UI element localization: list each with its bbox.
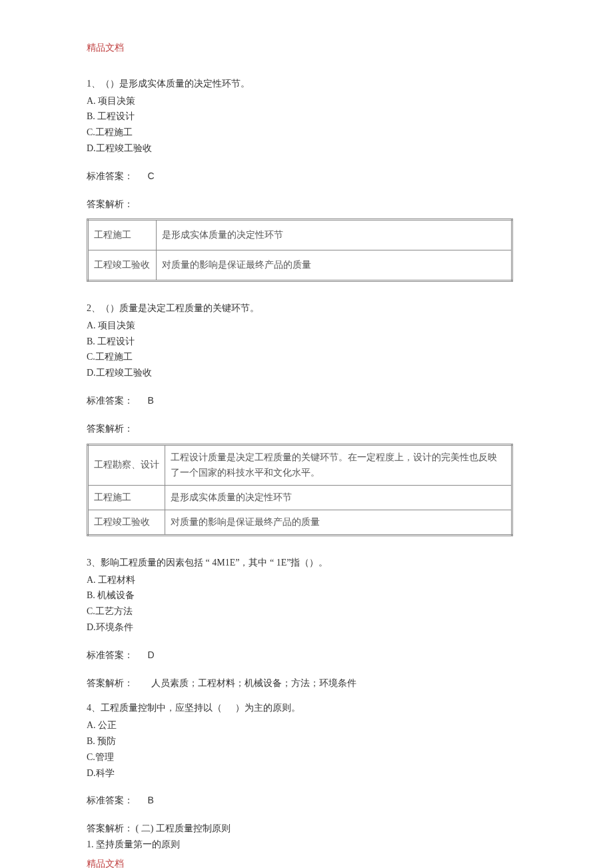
q1-table-r1c1: 工程施工 [88,220,157,250]
q4-stem-pre: 4、工程质量控制中，应坚持以（ [87,703,222,713]
q1-answer-line: 标准答案： C [87,169,526,185]
q1-stem: 1、（）是形成实体质量的决定性环节。 [87,76,526,92]
q3-stem: 3、影响工程质量的因素包括 “ 4M1E”，其中 “ 1E”指（）。 [87,555,526,571]
q2-table-r3c1: 工程竣工验收 [88,510,165,535]
table-row: 工程竣工验收 对质量的影响是保证最终产品的质量 [88,510,512,535]
q3-answer-value: D [148,650,155,660]
q3-answer-label: 标准答案： [87,650,133,660]
q2-table-r1c2: 工程设计质量是决定工程质量的关键环节。在一定程度上，设计的完美性也反映了一个国家… [165,444,512,486]
table-row: 工程竣工验收 对质量的影响是保证最终产品的质量 [88,250,512,281]
q2-answer-value: B [148,395,154,406]
q4-analysis-line1: 答案解析： ( 二) 工程质量控制原则 [87,821,526,837]
q2-analysis-label: 答案解析： [87,421,526,437]
q4-option-b: B. 预防 [87,733,526,749]
table-row: 工程勘察、设计 工程设计质量是决定工程质量的关键环节。在一定程度上，设计的完美性… [88,444,512,486]
q2-answer-line: 标准答案： B [87,393,526,409]
q1-option-c: C.工程施工 [87,125,526,141]
q1-answer-label: 标准答案： [87,171,133,181]
q2-option-b: B. 工程设计 [87,334,526,350]
q1-answer-value: C [148,171,155,181]
q1-option-a: A. 项目决策 [87,93,526,109]
q4-option-a: A. 公正 [87,717,526,733]
q2-stem: 2、（）质量是决定工程质量的关键环节。 [87,300,526,316]
q2-option-d: D.工程竣工验收 [87,365,526,381]
q3-analysis-text: 人员素质；工程材料；机械设备；方法；环境条件 [151,678,356,688]
q3-answer-line: 标准答案： D [87,648,526,663]
table-row: 工程施工 是形成实体质量的决定性环节 [88,486,512,510]
table-row: 工程施工 是形成实体质量的决定性环节 [88,220,512,250]
q1-option-b: B. 工程设计 [87,109,526,125]
q2-table-r2c2: 是形成实体质量的决定性环节 [165,486,512,510]
q2-table-r3c2: 对质量的影响是保证最终产品的质量 [165,510,512,535]
q1-table-r2c2: 对质量的影响是保证最终产品的质量 [157,250,512,281]
q4-answer-label: 标准答案： [87,795,133,805]
q2-table-r2c1: 工程施工 [88,486,165,510]
q4-option-c: C.管理 [87,749,526,765]
q1-analysis-table: 工程施工 是形成实体质量的决定性环节 工程竣工验收 对质量的影响是保证最终产品的… [87,218,513,282]
q2-answer-label: 标准答案： [87,396,133,406]
q4-stem: 4、工程质量控制中，应坚持以（）为主的原则。 [87,700,526,716]
q3-option-c: C.工艺方法 [87,604,526,620]
q4-analysis-text: ( 二) 工程质量控制原则 [136,823,231,833]
q3-option-b: B. 机械设备 [87,588,526,604]
q3-analysis-line: 答案解析： 人员素质；工程材料；机械设备；方法；环境条件 [87,675,526,691]
q3-option-d: D.环境条件 [87,620,526,636]
q4-stem-post: ）为主的原则。 [235,703,301,713]
q1-table-r1c2: 是形成实体质量的决定性环节 [157,220,512,250]
q4-analysis-line2: 1. 坚持质量第一的原则 [87,837,526,853]
q3-analysis-label: 答案解析： [87,678,133,688]
q2-table-r1c1: 工程勘察、设计 [88,444,165,486]
q3-option-a: A. 工程材料 [87,572,526,588]
header-label: 精品文档 [87,40,526,56]
footer-label: 精品文档 [87,856,526,868]
q1-table-r2c1: 工程竣工验收 [88,250,157,281]
q4-answer-value: B [148,795,154,805]
q2-option-c: C.工程施工 [87,349,526,365]
q1-option-d: D.工程竣工验收 [87,141,526,157]
q4-option-d: D.科学 [87,765,526,781]
q4-answer-line: 标准答案： B [87,793,526,809]
q4-analysis-label: 答案解析： [87,823,133,833]
q2-option-a: A. 项目决策 [87,318,526,334]
q2-analysis-table: 工程勘察、设计 工程设计质量是决定工程质量的关键环节。在一定程度上，设计的完美性… [87,444,513,536]
q1-analysis-label: 答案解析： [87,197,526,213]
